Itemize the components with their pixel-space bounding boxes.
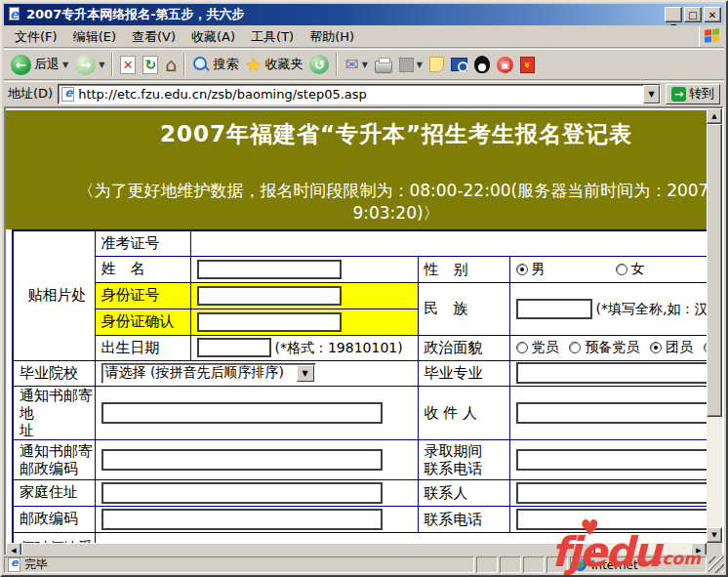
forward-icon: → xyxy=(75,55,96,75)
scroll-down-button[interactable]: ▼ xyxy=(707,527,722,543)
back-icon: ← xyxy=(11,55,31,75)
notice-line-1: 〈为了更好地维护数据，报名时间段限制为：08:00-22:00(服务器当前时间为… xyxy=(6,180,707,202)
menu-edit[interactable]: 编辑(E) xyxy=(65,26,124,48)
download-icon: ▣ xyxy=(497,57,513,73)
edit-button[interactable]: ▼ xyxy=(396,51,425,78)
menu-file[interactable]: 文件(F) xyxy=(7,26,65,48)
awards-label: 何时何地受过 xyxy=(13,532,95,543)
home-address-label: 家庭住址 xyxy=(13,479,95,506)
political-probationary-radio[interactable]: 预备党员 xyxy=(569,339,639,356)
menu-view[interactable]: 查看(V) xyxy=(124,26,183,48)
notice-line-2: 9:03:20)〉 xyxy=(6,202,707,225)
print-icon xyxy=(375,61,392,73)
admission-phone-label: 录取期间 联系电话 xyxy=(418,439,509,479)
gender-female-radio[interactable]: 女 xyxy=(616,261,645,278)
close-button[interactable]: ✕ xyxy=(704,7,721,22)
edit-icon xyxy=(399,58,414,72)
vertical-scrollbar[interactable]: ▲ ▼ xyxy=(707,108,722,543)
stop-button[interactable]: ✕ xyxy=(117,51,139,78)
ethnicity-hint: (*填写全称,如：汉族) xyxy=(596,301,708,316)
home-icon: ⌂ xyxy=(165,56,177,74)
address-input[interactable]: http://etc.fzu.edu.cn/zsb/baoming/step05… xyxy=(58,84,661,104)
mail-dropdown-caret: ▼ xyxy=(362,61,368,69)
refresh-icon: ↻ xyxy=(142,56,158,74)
mail-zip-input[interactable] xyxy=(101,449,383,471)
resize-grip[interactable] xyxy=(708,556,724,573)
dictionary-button[interactable] xyxy=(448,51,470,78)
birth-date-label: 出生日期 xyxy=(95,335,190,360)
status-pane-small xyxy=(523,556,545,573)
mail-button[interactable]: ✉▼ xyxy=(342,51,370,78)
gender-label: 性 别 xyxy=(418,256,509,282)
contact-person-label: 联系人 xyxy=(418,479,509,506)
menu-tools[interactable]: 工具(T) xyxy=(243,26,302,48)
print-button[interactable] xyxy=(372,51,395,78)
school-select[interactable]: 请选择 (按拼音先后顺序排序) ▼ xyxy=(101,363,316,384)
address-label: 地址(D) xyxy=(8,85,53,103)
note-icon xyxy=(429,57,444,72)
mail-icon: ✉ xyxy=(344,57,358,73)
back-dropdown-caret: ▼ xyxy=(62,61,68,69)
go-button[interactable]: → 转到 xyxy=(666,84,720,104)
download-tool-button[interactable]: ▣ xyxy=(494,51,516,78)
admission-phone-input[interactable] xyxy=(516,449,708,471)
birth-date-input[interactable] xyxy=(197,338,271,357)
scroll-up-button[interactable]: ▲ xyxy=(707,108,722,124)
mail-address-input[interactable] xyxy=(101,402,383,424)
political-league-radio[interactable]: 团员 xyxy=(650,339,693,356)
admission-no-label: 准考证号 xyxy=(95,230,190,256)
qq-button[interactable] xyxy=(471,51,493,78)
title-bar: e 2007专升本网络报名-第五步，共六步 _ □ ✕ xyxy=(4,4,724,25)
minimize-button[interactable]: _ xyxy=(665,7,682,22)
gender-male-radio[interactable]: 男 xyxy=(516,261,546,278)
history-button[interactable]: ↺ xyxy=(306,51,332,78)
id-number-input[interactable] xyxy=(197,286,342,306)
page-ie-icon xyxy=(61,87,74,102)
discuss-button[interactable] xyxy=(426,51,447,78)
radio-icon xyxy=(616,264,627,275)
search-button[interactable]: 搜索 xyxy=(189,51,241,78)
ethnicity-input[interactable] xyxy=(516,299,592,319)
name-input[interactable] xyxy=(197,260,342,279)
search-icon xyxy=(192,56,210,73)
contact-person-input[interactable] xyxy=(516,482,708,504)
political-party-radio[interactable]: 党员 xyxy=(516,339,559,356)
qq-penguin-icon xyxy=(474,56,490,73)
id-confirm-input[interactable] xyxy=(197,312,342,332)
maximize-button[interactable]: □ xyxy=(684,7,702,22)
home-address-input[interactable] xyxy=(101,482,383,504)
favorites-star-icon: ★ xyxy=(245,56,262,74)
contact-phone-input[interactable] xyxy=(516,509,708,530)
window-title: 2007专升本网络报名-第五步，共六步 xyxy=(26,6,663,23)
home-button[interactable]: ⌂ xyxy=(162,51,180,78)
status-page-icon xyxy=(8,557,20,572)
radio-icon xyxy=(569,342,581,353)
name-label: 姓 名 xyxy=(95,256,190,282)
menu-favorites[interactable]: 收藏(A) xyxy=(183,26,243,48)
major-label: 毕业专业 xyxy=(418,360,509,386)
edit-dropdown-caret: ▼ xyxy=(417,61,423,69)
favorites-button[interactable]: ★ 收藏夹 xyxy=(242,51,305,78)
stop-icon: ✕ xyxy=(120,56,136,74)
menu-help[interactable]: 帮助(H) xyxy=(302,26,362,48)
contact-phone-label: 联系电话 xyxy=(418,506,509,532)
vertical-scroll-thumb[interactable] xyxy=(707,124,722,417)
web-page: 2007年福建省“专升本”招生考生报名登记表 〈为了更好地维护数据，报名时间段限… xyxy=(6,108,707,543)
status-text: 完毕 xyxy=(24,556,48,573)
flashget-button[interactable]: » xyxy=(517,51,538,78)
fjedu-logo: fje♥du.com xyxy=(551,532,705,573)
select-dropdown-icon: ▼ xyxy=(297,365,314,382)
back-button[interactable]: ← 后退▼ xyxy=(8,51,71,78)
address-dropdown-button[interactable]: ▼ xyxy=(643,85,660,103)
radio-icon xyxy=(516,342,528,353)
ethnicity-label: 民 族 xyxy=(418,282,509,335)
recipient-input[interactable] xyxy=(516,402,708,424)
address-bar: 地址(D) http://etc.fzu.edu.cn/zsb/baoming/… xyxy=(4,81,724,105)
page-title: 2007年福建省“专升本”招生考生报名登记表 xyxy=(6,119,707,149)
forward-button[interactable]: →▼ xyxy=(72,51,107,78)
refresh-button[interactable]: ↻ xyxy=(140,51,161,78)
status-pane: 完毕 xyxy=(4,556,474,573)
page-header: 2007年福建省“专升本”招生考生报名登记表 〈为了更好地维护数据，报名时间段限… xyxy=(6,110,707,229)
major-input[interactable] xyxy=(516,362,708,384)
zip-input[interactable] xyxy=(101,509,383,530)
